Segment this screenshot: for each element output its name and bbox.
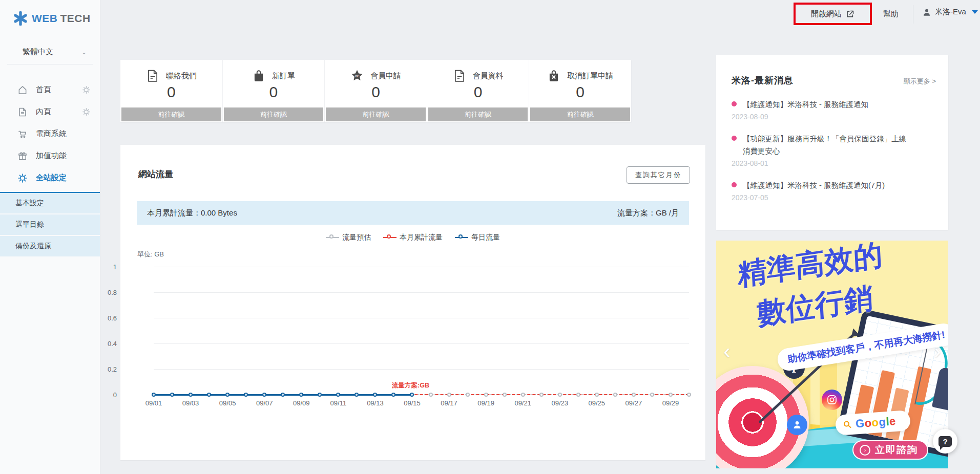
- language-selector[interactable]: 繁體中文 ⌄: [23, 47, 87, 64]
- forecast-point: [576, 393, 580, 397]
- stat-card-member-applications: VIP 會員申請 0 前往確認: [325, 60, 427, 122]
- daily-traffic-point: [355, 393, 359, 397]
- quota-annotation: 流量方案:GB: [392, 381, 429, 390]
- go-confirm-button[interactable]: 前往確認: [428, 107, 528, 121]
- sidebar-item-ecommerce[interactable]: 電商系統: [0, 123, 100, 145]
- help-link[interactable]: 幫助: [883, 9, 899, 19]
- brand-logo: WEB TECH: [0, 0, 100, 26]
- forecast-point: [521, 393, 525, 397]
- external-link-icon: [846, 10, 854, 18]
- carousel-next-button[interactable]: ›: [930, 341, 945, 361]
- news-item[interactable]: 【功能更新】服務再升級！「會員保固登錄」上線 消費更安心 2023-08-01: [732, 133, 936, 167]
- query-other-months-button[interactable]: 查詢其它月份: [627, 166, 690, 184]
- news-bullet-icon: [732, 101, 737, 106]
- go-confirm-button[interactable]: 前往確認: [224, 107, 324, 121]
- user-name: 米洛-Eva: [935, 7, 966, 17]
- news-item[interactable]: 【維護通知】米洛科技 - 服務維護通知(7月) 2023-07-05: [732, 180, 936, 202]
- language-label: 繁體中文: [23, 47, 53, 57]
- news-list: 【維護通知】米洛科技 - 服務維護通知 2023-08-09 【功能更新】服務再…: [716, 87, 948, 202]
- question-bubble-icon: ?: [939, 436, 952, 447]
- gear-mini-icon[interactable]: [82, 107, 91, 116]
- forecast-point: [613, 393, 617, 397]
- news-date: 2023-07-05: [732, 193, 936, 202]
- daily-traffic-point: [410, 393, 414, 397]
- carousel-prev-button[interactable]: ‹: [719, 341, 735, 361]
- home-icon: [17, 85, 28, 95]
- promo-banner[interactable]: f Google 精準高效的 數位行銷 助你準確找到客戶，不用再大海撈針! ‹ …: [716, 241, 948, 468]
- stat-value: 0: [325, 83, 427, 100]
- submenu-item-backup-restore[interactable]: 備份及還原: [0, 236, 100, 257]
- chart-gridline: [154, 292, 689, 293]
- daily-traffic-point: [170, 393, 174, 397]
- legend-item-forecast[interactable]: 流量預估: [326, 233, 371, 242]
- go-confirm-button[interactable]: 前往確認: [121, 107, 221, 121]
- sidebar-item-site-settings[interactable]: 全站設定: [0, 167, 100, 189]
- stat-card-new-orders: 新訂單 0 前往確認: [223, 60, 325, 122]
- legend-item-monthly-total[interactable]: 本月累計流量: [383, 233, 443, 242]
- forecast-point: [466, 393, 470, 397]
- gift-icon: [17, 151, 28, 161]
- gear-mini-icon[interactable]: [82, 85, 91, 94]
- site-settings-submenu: 基本設定 選單目錄 備份及還原: [0, 192, 100, 257]
- daily-traffic-point: [281, 393, 285, 397]
- shopping-bag-icon: [252, 69, 265, 82]
- news-bullet-icon: [732, 136, 737, 141]
- legend-item-daily-traffic[interactable]: 每日流量: [455, 233, 500, 242]
- chevron-down-icon: ⌄: [81, 49, 87, 56]
- daily-traffic-point: [318, 393, 322, 397]
- daily-traffic-point: [391, 393, 395, 397]
- show-more-link[interactable]: 顯示更多 >: [904, 77, 936, 86]
- x-tick-label: 09/11: [330, 399, 347, 407]
- news-bullet-icon: [732, 182, 737, 187]
- divider: [7, 64, 93, 64]
- contact-doc-icon: [146, 69, 159, 82]
- news-date: 2023-08-01: [732, 159, 936, 167]
- news-date: 2023-08-09: [732, 113, 936, 121]
- sidebar-item-home[interactable]: 首頁: [0, 79, 100, 101]
- chevron-down-icon: [972, 10, 978, 14]
- submenu-item-basic-settings[interactable]: 基本設定: [0, 193, 100, 214]
- chart-gridline: [154, 318, 689, 318]
- chart-gridline: [154, 343, 689, 344]
- daily-traffic-point: [373, 393, 377, 397]
- contacts-icon: [787, 415, 807, 435]
- stat-card-cancel-orders: 取消訂單申請 0 前往確認: [529, 60, 631, 122]
- go-confirm-button[interactable]: 前往確認: [530, 107, 630, 121]
- y-tick-label: 1: [113, 263, 117, 271]
- x-tick-label: 09/23: [551, 399, 568, 407]
- gear-icon: [17, 173, 28, 183]
- search-icon: [843, 420, 852, 429]
- traffic-summary-bar: 本月累計流量：0.00 Bytes 流量方案：GB /月: [137, 201, 689, 225]
- daily-traffic-point: [299, 393, 303, 397]
- user-menu[interactable]: 米洛-Eva: [922, 7, 978, 17]
- legend-marker: [455, 234, 468, 241]
- forecast-point: [595, 393, 599, 397]
- consult-now-button[interactable]: › 立即諮詢: [852, 440, 928, 460]
- open-site-button-highlighted[interactable]: 開啟網站: [794, 3, 872, 25]
- sidebar-item-addons[interactable]: 加值功能: [0, 145, 100, 167]
- x-tick-label: 09/01: [145, 399, 162, 407]
- daily-traffic-point: [244, 393, 248, 397]
- admin-dashboard: WEB TECH 繁體中文 ⌄ 首頁 內頁 電商系統: [0, 0, 980, 474]
- go-confirm-button[interactable]: 前往確認: [326, 107, 426, 121]
- vip-star-icon: VIP: [350, 69, 364, 82]
- open-site-label: 開啟網站: [811, 9, 842, 19]
- page-icon: [17, 107, 28, 117]
- submenu-item-menu-directory[interactable]: 選單目錄: [0, 214, 100, 236]
- y-tick-label: 0.8: [108, 289, 117, 296]
- x-tick-label: 09/27: [625, 399, 642, 407]
- sidebar-item-pages[interactable]: 內頁: [0, 101, 100, 123]
- daily-traffic-point: [189, 393, 193, 397]
- stat-value: 0: [120, 83, 222, 100]
- news-item[interactable]: 【維護通知】米洛科技 - 服務維護通知 2023-08-09: [732, 99, 936, 121]
- svg-text:VIP: VIP: [355, 74, 360, 77]
- daily-traffic-point: [207, 393, 211, 397]
- bag-cancel-icon: [547, 69, 560, 82]
- daily-traffic-point: [336, 393, 340, 397]
- divider: [913, 5, 913, 24]
- forecast-point: [429, 393, 433, 397]
- help-chat-button[interactable]: ?: [933, 429, 957, 454]
- x-tick-label: 09/15: [404, 399, 421, 407]
- forecast-point: [558, 393, 562, 397]
- daily-traffic-point: [262, 393, 266, 397]
